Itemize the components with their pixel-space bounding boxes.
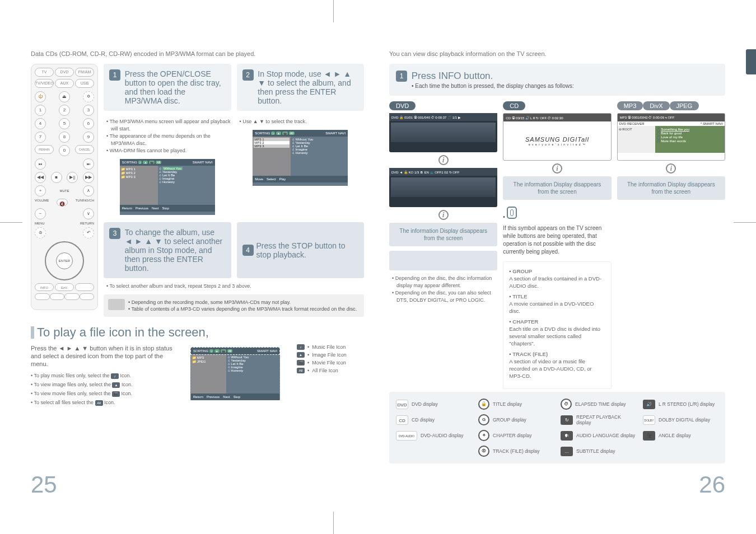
edge-tab bbox=[746, 49, 756, 74]
definitions-box: • GROUPA section of tracks contained in … bbox=[503, 261, 611, 389]
mp3-column: MP3DivXJPEG MP3 ⦿ 0001/0042 ⏱ 0:00:09 ↻ … bbox=[617, 101, 725, 389]
step-3: 3 To change the album, use ◄ ► ▲ ▼ to se… bbox=[104, 222, 231, 278]
chapter-icon: ✦ bbox=[478, 430, 489, 441]
screen-preview-1: SORTING♪▲🎬AllSMART NAVI 📁 MP3 1📁 MP3 2📁 … bbox=[120, 159, 215, 215]
cd-column: CD CD ⦿ 03/15 🔊 L R ↻ OFF ⏱ 0:02:30 SAMS… bbox=[503, 101, 611, 389]
note-icon bbox=[108, 299, 125, 310]
audio-lang-icon: 🗣 bbox=[561, 431, 573, 441]
display-types-legend: DVDDVD display 🔒TITLE display ⏱ELAPSED T… bbox=[389, 392, 725, 463]
step-4: 4 Press the STOP button to stop playback… bbox=[237, 222, 365, 278]
group-icon: G bbox=[478, 414, 489, 425]
section-text: Press the ◄ ► ▲ ▼ button when it is in s… bbox=[31, 344, 174, 368]
time-icon: ⏱ bbox=[561, 399, 572, 410]
dvd-column: DVD DVD 🔒 01/01 ⦿ 001/040 ⏱ 0:00:37 🎵 1/… bbox=[389, 101, 497, 389]
step-1: 1 Press the OPEN/CLOSE button to open th… bbox=[104, 64, 231, 111]
angle-icon: 🎥 bbox=[643, 431, 655, 441]
page-number-r: 26 bbox=[699, 471, 725, 498]
right-page: You can view disc playback information o… bbox=[389, 50, 725, 498]
track-icon: ⦿ bbox=[478, 446, 489, 457]
press-box: 1 Press INFO button. • Each time the but… bbox=[389, 64, 725, 96]
subtitle-icon: … bbox=[561, 447, 573, 456]
music-icon: ♪ bbox=[297, 344, 305, 350]
step-2: 2 In Stop mode, use ◄ ► ▲ ▼ to select th… bbox=[237, 64, 365, 111]
cd-badge: CD bbox=[396, 415, 408, 425]
left-page: Data CDs (CD-ROM, CD-R, CD-RW) encoded i… bbox=[31, 50, 364, 498]
steps-column: 1 Press the OPEN/CLOSE button to open th… bbox=[104, 64, 364, 317]
dolby-badge: DOLBY bbox=[643, 415, 655, 425]
movie-icon: 🎬 bbox=[297, 360, 305, 366]
repeat-icon: ↻ bbox=[561, 415, 573, 425]
info-icon: i bbox=[438, 155, 449, 165]
cd-screen: CD ⦿ 03/15 🔊 L R ↻ OFF ⏱ 0:02:30 SAMSUNG… bbox=[503, 113, 611, 161]
screen-preview-2: SORTING♪▲🎬AllSMART NAVI MP3 1MP3 2MP3 3 … bbox=[253, 130, 348, 186]
bar-icon bbox=[31, 326, 34, 339]
note-box: Depending on the recording mode, some MP… bbox=[104, 294, 364, 317]
remote-control-image: TVDVDFM/AM TV/VIDEOAUXUSB ⏻⏏⭘ 123 456 78… bbox=[31, 64, 98, 310]
dvd-screen-2: DVD ◄ 🔒 KO 1/3 🗎 EN 📺 OFF1 02 ↻ OFF bbox=[389, 168, 497, 207]
dvd-badge: DVD bbox=[396, 400, 408, 409]
intro-text: Data CDs (CD-ROM, CD-R, CD-RW) encoded i… bbox=[31, 50, 364, 57]
page-number: 25 bbox=[31, 471, 57, 498]
dvd-screen-1: DVD 🔒 01/01 ⦿ 001/040 ⏱ 0:00:37 🎵 1/1 ▶ bbox=[389, 113, 497, 152]
image-icon: ▲ bbox=[297, 352, 305, 358]
mp3-screen: MP3 ⦿ 0001/0042 ⏱ 0:00:09 ↻ OFF DVD RECE… bbox=[617, 113, 725, 161]
screen-preview-3: SORTING♪▲🎬AllSMART NAVI 📁 MP3📁 JPEG ♫ Wi… bbox=[190, 347, 280, 400]
hand-icon bbox=[507, 207, 517, 219]
dvdaudio-badge: DVD-AUDIO bbox=[396, 431, 417, 441]
intro-text-r: You can view disc playback information o… bbox=[389, 50, 725, 57]
stereo-icon: 🔊 bbox=[643, 400, 655, 409]
section-header: To play a file icon in the screen, bbox=[31, 325, 364, 340]
title-icon: 🔒 bbox=[478, 399, 489, 410]
all-icon: All bbox=[297, 368, 305, 373]
